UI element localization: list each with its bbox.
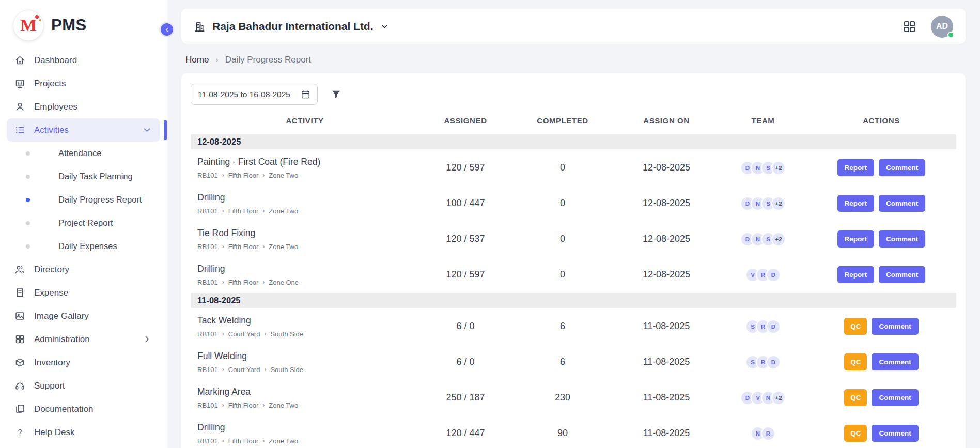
team-avatar[interactable]: D — [766, 268, 781, 282]
sidebar-item-image-gallary[interactable]: Image Gallary — [7, 304, 160, 328]
column-header: ACTIONS — [806, 116, 956, 125]
path-segment: RB101 — [197, 207, 218, 215]
chevron-right-icon — [142, 334, 152, 345]
logo-row: M PMS — [0, 0, 167, 48]
team-extra-badge[interactable]: +2 — [771, 232, 786, 246]
team-extra-badge[interactable]: +2 — [771, 161, 786, 175]
date-range-input[interactable]: 11-08-2025 to 16-08-2025 — [191, 84, 318, 105]
table-row: DrillingRB101›Fifth Floor›Zone One120 / … — [191, 257, 956, 292]
company-selector[interactable]: Raja Bahadur International Ltd. — [194, 20, 389, 33]
comment-button[interactable]: Comment — [872, 425, 918, 442]
group-date-row: 11-08-2025 — [191, 293, 956, 308]
completed-cell: 0 — [512, 162, 613, 173]
chevron-left-icon: ‹ — [165, 25, 168, 34]
report-button[interactable]: Report — [837, 195, 875, 212]
sidebar-subitem-attendance[interactable]: Attendance — [0, 142, 167, 165]
sidebar-item-activities[interactable]: Activities — [7, 118, 160, 142]
chevron-right-icon: › — [222, 279, 224, 286]
chevron-down-icon — [380, 22, 389, 31]
comment-button[interactable]: Comment — [872, 318, 918, 335]
filter-button[interactable] — [330, 88, 342, 100]
completed-cell: 0 — [512, 198, 613, 209]
path-segment: RB101 — [197, 330, 218, 338]
sidebar-item-expense[interactable]: Expense — [7, 281, 160, 304]
sidebar-subitem-project-report[interactable]: Project Report — [0, 211, 167, 235]
comment-button[interactable]: Comment — [872, 389, 918, 406]
path-segment: Fifth Floor — [228, 243, 259, 251]
qc-button[interactable]: QC — [844, 353, 867, 370]
comment-button[interactable]: Comment — [879, 266, 925, 283]
report-button[interactable]: Report — [837, 230, 875, 248]
comment-button[interactable]: Comment — [879, 159, 925, 176]
path-segment: RB101 — [197, 437, 218, 445]
team-avatar[interactable]: D — [766, 319, 781, 334]
sidebar-item-employees[interactable]: Employees — [7, 95, 160, 118]
breadcrumb-home-link[interactable]: Home — [185, 55, 209, 65]
chevron-right-icon: › — [222, 401, 224, 409]
sidebar-item-help-desk[interactable]: Help Desk — [7, 421, 160, 444]
activity-title: Painting - First Coat (Fire Red) — [197, 157, 415, 167]
sidebar-item-administration[interactable]: Administration — [7, 328, 160, 351]
team-avatar[interactable]: D — [766, 355, 781, 369]
qc-button[interactable]: QC — [844, 389, 867, 406]
activity-title: Tie Rod Fixing — [197, 228, 415, 239]
chevron-right-icon: › — [264, 330, 266, 337]
qc-button[interactable]: QC — [844, 425, 867, 442]
qc-button[interactable]: QC — [844, 318, 867, 335]
assigned-cell: 120 / 597 — [419, 162, 512, 173]
activity-breadcrumb: RB101›Fifth Floor›Zone Two — [197, 437, 415, 445]
team-extra-badge[interactable]: +2 — [771, 196, 786, 211]
building-icon — [194, 21, 206, 33]
bullet-dot — [26, 221, 30, 225]
actions-cell: ReportComment — [806, 266, 956, 283]
sidebar-item-dashboard[interactable]: Dashboard — [7, 49, 160, 72]
chevron-right-icon: › — [222, 330, 224, 337]
app-root: M PMS ‹ DashboardProjectsEmployeesActivi… — [0, 0, 980, 448]
path-segment: Court Yard — [228, 330, 260, 338]
sidebar-subitem-label: Daily Progress Report — [58, 195, 142, 205]
sidebar-subitem-daily-expenses[interactable]: Daily Expenses — [0, 235, 167, 258]
assign-on-cell: 11-08-2025 — [613, 392, 720, 403]
path-segment: Zone Two — [269, 437, 298, 445]
comment-button[interactable]: Comment — [872, 353, 918, 370]
sidebar-subitem-daily-task-planning[interactable]: Daily Task Planning — [0, 165, 167, 188]
sidebar-item-documentation[interactable]: Documentation — [7, 397, 160, 421]
report-button[interactable]: Report — [837, 159, 875, 176]
comment-button[interactable]: Comment — [879, 195, 925, 212]
activity-cell: Painting - First Coat (Fire Red)RB101›Fi… — [191, 153, 419, 182]
user-avatar[interactable]: AD — [931, 16, 953, 38]
report-button[interactable]: Report — [837, 266, 875, 283]
sidebar-item-support[interactable]: Support — [7, 374, 160, 397]
employees-icon — [14, 101, 25, 112]
sidebar-subitem-daily-progress-report[interactable]: Daily Progress Report — [0, 188, 167, 211]
comment-button[interactable]: Comment — [879, 230, 925, 248]
filter-funnel-icon — [330, 88, 342, 100]
sidebar-collapse-button[interactable]: ‹ — [159, 22, 175, 37]
team-avatar[interactable]: R — [761, 426, 775, 441]
sidebar-item-label: Directory — [34, 265, 69, 275]
sidebar-item-directory[interactable]: Directory — [7, 258, 160, 281]
apps-grid-button[interactable] — [903, 20, 916, 34]
app-title: PMS — [51, 16, 87, 35]
sidebar-submenu: AttendanceDaily Task PlanningDaily Progr… — [0, 142, 167, 258]
activity-cell: Tack WeldingRB101›Court Yard›South Side — [191, 312, 419, 341]
chevron-right-icon: › — [262, 401, 265, 409]
assigned-cell: 100 / 447 — [419, 198, 512, 209]
team-extra-badge[interactable]: +2 — [771, 391, 786, 405]
header-actions: AD — [903, 16, 953, 38]
table-row: Painting - First Coat (Fire Red)RB101›Fi… — [191, 150, 956, 186]
activity-cell: Marking AreaRB101›Fifth Floor›Zone Two — [191, 383, 419, 412]
assign-on-cell: 12-08-2025 — [613, 234, 720, 244]
team-cell: VRD — [720, 268, 806, 282]
path-segment: RB101 — [197, 243, 218, 251]
sidebar-item-inventory[interactable]: Inventory — [7, 351, 160, 374]
breadcrumb: Home › Daily Progress Report — [181, 44, 966, 73]
bullet-dot — [26, 198, 30, 202]
completed-cell: 0 — [512, 234, 613, 244]
sidebar: M PMS ‹ DashboardProjectsEmployeesActivi… — [0, 0, 167, 448]
assigned-cell: 120 / 597 — [419, 269, 512, 280]
actions-cell: ReportComment — [806, 230, 956, 248]
completed-cell: 6 — [512, 321, 613, 332]
sidebar-item-projects[interactable]: Projects — [7, 72, 160, 95]
gallery-icon — [14, 311, 25, 321]
